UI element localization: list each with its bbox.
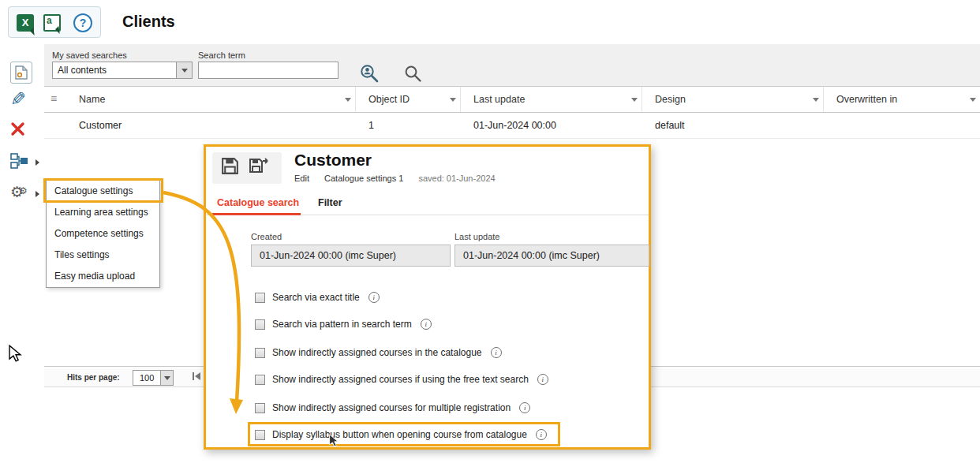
catalogue-settings-dialog: Customer Edit Catalogue settings 1 saved… (204, 144, 651, 450)
checkbox-exact-title[interactable] (255, 293, 265, 303)
info-icon[interactable] (536, 429, 547, 440)
checkbox-row-indirect-catalogue: Show indirectly assigned courses in the … (255, 345, 502, 360)
search-icon[interactable] (404, 65, 422, 86)
saved-searches-dropdown[interactable]: All contents (52, 62, 193, 79)
created-field: 01-Jun-2024 00:00 (imc Super) (251, 245, 451, 267)
chevron-down-icon (164, 376, 170, 380)
clients-admin-page: Clients ✎ ⚙⚙ My saved searches All conte… (0, 0, 980, 463)
checkbox-syllabus-button[interactable] (255, 430, 265, 440)
cell-overwritten-in (824, 113, 980, 138)
tab-filter[interactable]: Filter (318, 197, 342, 208)
filter-chevron-icon[interactable] (450, 98, 456, 102)
assignment-org-icon[interactable] (10, 153, 29, 172)
hits-per-page-label: Hits per page: (67, 373, 120, 382)
info-icon[interactable] (491, 347, 502, 358)
help-icon[interactable] (73, 13, 92, 32)
column-header-overwritten-in[interactable]: Overwritten in (824, 87, 980, 112)
page-title: Clients (122, 13, 175, 31)
tab-catalogue-search[interactable]: Catalogue search (217, 197, 299, 208)
column-header-last-update[interactable]: Last update (461, 87, 642, 112)
row-menu-icon[interactable]: ≡ (44, 87, 66, 112)
column-header-design[interactable]: Design (642, 87, 824, 112)
menu-item-learning-area-settings[interactable]: Learning area settings (47, 202, 159, 223)
filter-chevron-icon[interactable] (813, 98, 819, 102)
filter-chevron-icon[interactable] (631, 98, 638, 102)
hits-per-page-dropdown[interactable]: 100 (133, 370, 174, 386)
cell-last-update: 01-Jun-2024 00:00 (461, 113, 642, 138)
dialog-title: Customer (294, 151, 372, 170)
info-icon[interactable] (368, 292, 380, 303)
checkbox-row-exact-title: Search via exact title (255, 290, 380, 304)
active-tab-indicator (212, 213, 301, 215)
info-icon[interactable] (519, 402, 530, 413)
checkbox-row-syllabus-button: Display syllabus button when opening cou… (255, 428, 547, 442)
submenu-arrow-icon (36, 191, 39, 197)
info-icon[interactable] (537, 374, 548, 385)
edit-pencil-icon[interactable]: ✎ (10, 90, 26, 109)
checkbox-row-multiple-registration: Show indirectly assigned courses for mul… (255, 401, 530, 415)
table-row[interactable]: Customer 1 01-Jun-2024 00:00 default (44, 113, 980, 139)
column-header-name[interactable]: Name (66, 87, 356, 112)
filter-chevron-icon[interactable] (345, 98, 351, 102)
dialog-breadcrumb: Catalogue settings 1 (324, 174, 403, 183)
search-users-icon[interactable] (359, 63, 380, 88)
first-page-icon (195, 372, 200, 380)
cell-name[interactable]: Customer (66, 113, 356, 138)
filter-chevron-icon[interactable] (970, 98, 976, 102)
saved-searches-value: All contents (58, 65, 107, 76)
menu-item-competence-settings[interactable]: Competence settings (47, 223, 159, 245)
chevron-down-icon (181, 69, 188, 73)
first-page-button[interactable] (193, 372, 200, 380)
info-icon[interactable] (421, 319, 432, 330)
top-header: Clients (0, 0, 980, 44)
dialog-subtitle: Edit Catalogue settings 1 saved: 01-Jun-… (294, 174, 496, 183)
search-toolbar: My saved searches All contents Search te… (44, 44, 980, 87)
settings-context-menu: Catalogue settings Learning area setting… (46, 180, 160, 288)
sidebar: ✎ ⚙⚙ (0, 44, 44, 463)
saved-searches-label: My saved searches (52, 50, 127, 60)
save-icon (220, 156, 240, 176)
excel-export-titles-icon[interactable] (43, 14, 61, 32)
table-header: ≡ Name Object ID Last update Design Over… (44, 87, 980, 113)
menu-item-catalogue-settings[interactable]: Catalogue settings (47, 181, 159, 202)
dropdown-arrow-button[interactable] (160, 371, 173, 385)
save-and-close-button[interactable] (249, 155, 270, 179)
checkbox-indirect-catalogue[interactable] (255, 348, 265, 358)
save-button[interactable] (220, 156, 240, 179)
export-arrow-icon (30, 28, 38, 35)
menu-item-tiles-settings[interactable]: Tiles settings (47, 245, 159, 266)
settings-gears-icon[interactable]: ⚙⚙ (10, 185, 23, 200)
cell-design: default (642, 113, 824, 138)
delete-icon[interactable] (10, 121, 25, 140)
checkbox-multiple-registration[interactable] (255, 403, 265, 413)
report-document-button[interactable] (10, 62, 32, 84)
export-arrow-icon (55, 26, 63, 34)
dialog-saved-text: saved: 01-Jun-2024 (418, 174, 495, 183)
created-label: Created (251, 232, 282, 241)
checkbox-indirect-freetext[interactable] (255, 375, 265, 385)
dialog-tabs: Catalogue search Filter (206, 191, 649, 215)
checkbox-row-indirect-freetext: Show indirectly assigned courses if usin… (255, 372, 548, 386)
submenu-arrow-icon (36, 159, 39, 166)
search-term-input[interactable] (198, 62, 339, 79)
header-icon-group (8, 6, 101, 38)
menu-item-easy-media-upload[interactable]: Easy media upload (47, 266, 159, 287)
last-update-field: 01-Jun-2024 00:00 (imc Super) (454, 245, 649, 267)
checkbox-pattern-search[interactable] (255, 319, 265, 330)
document-icon (15, 65, 28, 80)
save-close-icon (249, 155, 270, 176)
last-update-label: Last update (454, 232, 500, 241)
search-term-label: Search term (198, 50, 245, 60)
dialog-mode: Edit (294, 174, 309, 183)
excel-export-icon[interactable] (17, 14, 34, 32)
dropdown-arrow-button[interactable] (176, 62, 192, 78)
column-header-object-id[interactable]: Object ID (356, 87, 461, 112)
checkbox-row-pattern-search: Search via pattern in search term (255, 317, 432, 331)
cell-object-id: 1 (356, 113, 461, 138)
